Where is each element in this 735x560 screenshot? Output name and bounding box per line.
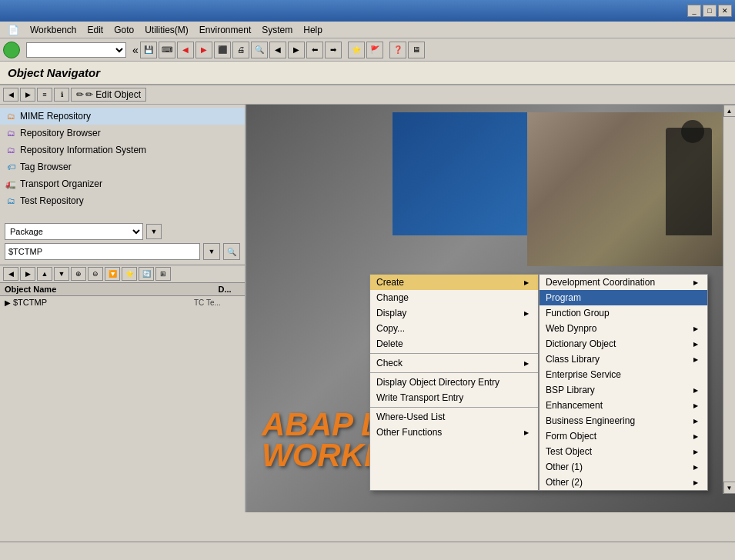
sub-other1[interactable]: Other (1) ▶ [540,459,707,475]
menu-write-transport[interactable]: Write Transport Entry [370,390,538,405]
toolbar-find[interactable]: 🔍 [251,42,268,58]
tree-expand[interactable]: ⊕ [71,267,86,281]
toolbar-b1[interactable]: ◀ [269,42,286,58]
status-bar [0,542,735,560]
toolbar-save[interactable]: 💾 [140,42,157,58]
tree-item-transport[interactable]: 🚛 Transport Organizer [0,175,245,192]
sub-enterprise-service[interactable]: Enterprise Service [540,367,707,382]
photo-area [527,112,727,266]
sub-program[interactable]: Program [540,290,707,305]
toolbar-b3[interactable]: ⬅ [306,42,323,58]
toolbar-monitor[interactable]: 🖥 [408,42,425,58]
menu-change[interactable]: Change [370,290,538,305]
pkg-search-btn[interactable]: 🔍 [223,243,240,260]
sep1 [370,353,538,354]
menu-where-used-label: Where-Used List [376,412,445,422]
sub-business-eng[interactable]: Business Engineering ▶ [540,413,707,428]
tree-label-testrepo: Test Repository [20,195,84,206]
menu-check[interactable]: Check ▶ [370,355,538,371]
menu-environment[interactable]: Environment [195,23,256,37]
menu-system[interactable]: System [257,23,297,37]
toolbar-stop[interactable]: ⬛ [214,42,231,58]
toolbar-b4[interactable]: ➡ [325,42,342,58]
edit-object-label: ✏ Edit Object [85,89,141,100]
minimize-button[interactable]: _ [687,5,701,17]
menu-goto[interactable]: Goto [109,23,139,37]
sub-class-library[interactable]: Class Library ▶ [540,352,707,367]
menu-copy[interactable]: Copy... [370,321,538,336]
menu-create[interactable]: Create ▶ [370,275,538,290]
tree-item-tagbrowser[interactable]: 🏷 Tag Browser [0,158,245,175]
tree-refresh[interactable]: 🔄 [139,267,154,281]
sub-enhancement[interactable]: Enhancement ▶ [540,398,707,413]
menu-workbench[interactable]: Workbench [25,23,81,37]
sub-function-group-label: Function Group [546,308,610,318]
menu-display[interactable]: Display ▶ [370,305,538,321]
tree-up[interactable]: ▲ [37,267,52,281]
tree-item-testrepo[interactable]: 🗂 Test Repository [0,192,245,209]
sub-enhancement-label: Enhancement [546,400,603,411]
menu-check-label: Check [376,358,403,368]
pkg-dropdown-btn[interactable]: ▼ [203,243,220,260]
toolbar-star[interactable]: ⭐ [348,42,365,58]
sub-dict-object-label: Dictionary Object [546,338,616,349]
tree-item-repoinfo[interactable]: 🗂 Repository Information System [0,142,245,158]
dropdown-arrow[interactable]: ▼ [146,224,162,239]
toolbar-fwd[interactable]: ▶ [195,42,212,58]
menu-help[interactable]: Help [299,23,327,37]
tree-back[interactable]: ◀ [3,267,18,281]
sub-dev-coord[interactable]: Development Coordination ▶ [540,275,707,290]
sub-dict-object[interactable]: Dictionary Object ▶ [540,336,707,352]
menu-edit[interactable]: Edit [82,23,108,37]
scroll-down[interactable]: ▼ [723,482,736,494]
maximize-button[interactable]: □ [703,5,717,17]
menu-change-label: Change [376,292,409,303]
title-bar-controls: _ □ ✕ [687,5,732,17]
tree-fwd[interactable]: ▶ [20,267,35,281]
menu-display-dir[interactable]: Display Object Directory Entry [370,375,538,390]
sub-test-object[interactable]: Test Object ▶ [540,444,707,459]
menu-utilities[interactable]: Utilities(M) [140,23,193,37]
edit-object-button[interactable]: ✏ ✏ Edit Object [71,88,146,102]
tree-filter[interactable]: 🔽 [105,267,120,281]
right-scrollbar: ▲ ▼ [723,105,735,494]
edit-icon: ✏ [76,89,84,100]
nav-fwd[interactable]: ▶ [20,88,35,102]
tree-down[interactable]: ▼ [54,267,69,281]
menu-delete[interactable]: Delete [370,336,538,352]
sub-function-group[interactable]: Function Group [540,305,707,321]
toolbar-b2[interactable]: ▶ [288,42,305,58]
close-button[interactable]: ✕ [718,5,732,17]
toolbar-back2[interactable]: ◀ [177,42,194,58]
package-input[interactable] [5,243,200,260]
menu-bar: 📄 Workbench Edit Goto Utilities(M) Envir… [0,22,735,38]
menu-icon[interactable]: 📄 [3,23,24,37]
menu-where-used[interactable]: Where-Used List [370,409,538,425]
tree-item-repobrowser[interactable]: 🗂 Repository Browser [0,125,245,142]
sub-form-object[interactable]: Form Object ▶ [540,428,707,444]
menu-create-label: Create [376,277,404,288]
toolbar-print[interactable]: 🖨 [232,42,249,58]
tree-item-mime[interactable]: 🗂 MIME Repository [0,108,245,125]
toolbar-dropdown[interactable] [26,42,126,58]
table-row[interactable]: ▶ $TCTMP TC Te... [0,296,245,308]
nav-info[interactable]: ℹ [54,88,69,102]
object-type-select[interactable]: Package [5,223,143,240]
test-arrow: ▶ [693,448,698,455]
toolbar-help[interactable]: ❓ [389,42,406,58]
menu-other-functions[interactable]: Other Functions ▶ [370,425,538,440]
nav-home[interactable]: ≡ [37,88,52,102]
tree-star[interactable]: ⭐ [122,267,137,281]
back-button[interactable]: « [132,44,139,56]
sub-web-dynpro[interactable]: Web Dynpro ▶ [540,321,707,336]
toolbar-flag[interactable]: 🚩 [366,42,383,58]
sub-other2[interactable]: Other (2) ▶ [540,475,707,490]
menu-write-transport-label: Write Transport Entry [376,392,463,403]
tagbrowser-icon: 🏷 [5,161,17,173]
tree-layout[interactable]: ⊞ [155,267,171,281]
tree-collapse[interactable]: ⊖ [88,267,103,281]
nav-back[interactable]: ◀ [3,88,18,102]
scroll-up[interactable]: ▲ [723,105,736,117]
sub-bsp-library[interactable]: BSP Library ▶ [540,382,707,398]
toolbar-shortcut[interactable]: ⌨ [159,42,175,58]
